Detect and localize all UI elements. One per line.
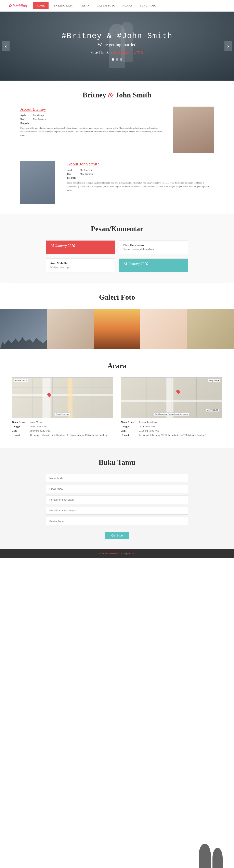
hero-content: #Britney & #John Smith We're getting mar… [62,32,172,61]
britney-ibu: Ibu Mrs. Monica [20,118,165,121]
hero-dot-1[interactable] [112,58,114,61]
about-britney-text: About Britney Ayah Mr. George Ibu Mrs. M… [20,106,165,153]
hero-subtitle: We're getting married [62,42,172,47]
john-name: About John Smith [67,161,214,167]
navbar: ✿ Wedding HOME TENTANG KAMI PESAN GALERI… [0,0,234,11]
save-the-date-label: Save The Date [91,51,112,55]
galeri-grid [0,309,234,349]
svg-rect-15 [166,378,173,418]
about-title: Britney & John Smith [20,91,214,99]
acara-map-label-1: Seblah Menengan [55,412,71,416]
acara-map-1: Tri Anam Salon ● Seblah Menengan [12,377,113,418]
galeri-section: Galeri Foto [0,283,234,349]
britney-ayah: Ayah Mr. George [20,114,165,117]
nav-home[interactable]: HOME [33,2,49,9]
nav-tentang[interactable]: TENTANG KAMI [49,2,77,9]
acara-map-2: Riang Yodha ● APOTEK BATU Balai Pertemua… [121,377,222,418]
svg-rect-7 [42,378,51,418]
about-britney: About Britney Ayah Mr. George Ibu Mrs. M… [20,106,214,153]
hero-date: Save The Date 29 October 2019 [62,50,172,55]
svg-rect-8 [12,394,113,396]
svg-rect-9 [68,378,73,418]
nav-pesan[interactable]: PESAN [77,2,93,9]
nav-acara[interactable]: ACARA [119,2,136,9]
hero-date-value: 29 October 2019 [113,50,143,55]
logo-text: ✿ Wedding [8,3,27,8]
galeri-item-1 [0,309,47,349]
hero-section: ‹ #Britney & #John Smith We're getting m… [0,11,234,81]
nav-links: HOME TENTANG KAMI PESAN GALERI FOTO ACAR… [33,2,160,9]
acara-map-label-2: Balai Pertemuan Produk Gedung Siomedang [153,412,189,416]
hero-dot-3[interactable] [120,58,122,61]
britney-bio-text: Fusce convallis ante id purus sagittis m… [20,126,165,137]
hero-prev-button[interactable]: ‹ [2,41,9,51]
britney-photo [173,106,214,153]
john-photo [20,161,55,204]
britney-name: About Britney [20,106,165,112]
hero-next-button[interactable]: › [225,41,232,51]
britney-biografi: Biografi [20,122,165,125]
nav-galeri[interactable]: GALERI FOTO [93,2,119,9]
logo: ✿ Wedding [8,3,27,8]
hero-dots [62,58,172,61]
hero-dot-2[interactable] [116,58,118,61]
hero-title: #Britney & #John Smith [62,32,172,40]
galeri-item-3 [94,309,140,349]
nav-buku[interactable]: BUKU TAMU [136,2,160,9]
galeri-item-2 [47,309,93,349]
svg-rect-16 [121,400,222,402]
john-ayah: Ayah Mr. Roberto [67,169,214,172]
